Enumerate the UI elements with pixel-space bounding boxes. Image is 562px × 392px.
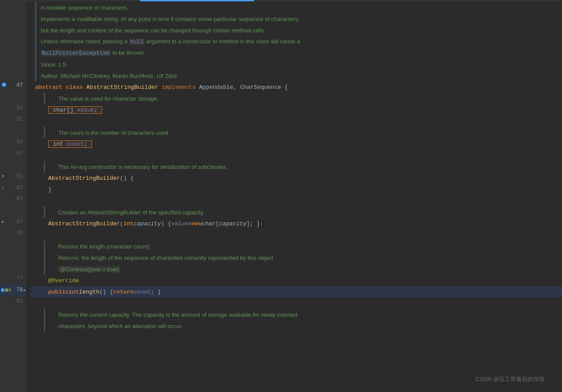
field-value: value — [77, 107, 94, 113]
brace-close: } — [48, 186, 52, 193]
var-count-return: count — [134, 289, 151, 295]
line-num-57: 57 — [17, 151, 23, 156]
doc-block-capacity-desc: Returns the current capacity. The capaci… — [44, 309, 562, 332]
doc-block-constructor: This no-arg constructor is necessary for… — [44, 161, 562, 172]
fold-icon-62[interactable]: △ — [2, 186, 4, 190]
code-line-47: abstract class AbstractStringBuilder imp… — [31, 81, 562, 93]
line-num-77: 77 — [17, 276, 23, 281]
doc-block-value: The value is used for character storage. — [44, 93, 562, 104]
kw-abstract: abstract — [35, 84, 62, 91]
doc-block-capacity: Creates an AbstractStringBuilder of the … — [44, 206, 562, 218]
doc-length-text-2: Returns: the length of the sequence of c… — [58, 255, 273, 261]
code-line-57 — [31, 150, 562, 161]
doc-line-1: A mutable sequence of characters. — [41, 4, 128, 11]
iface-appendable: Appendable — [199, 84, 233, 91]
doc-capacity-text: Creates an AbstractStringBuilder of the … — [58, 209, 205, 216]
bookmark-icon[interactable] — [1, 288, 4, 292]
doc-line-4: Unless otherwise noted, passing a null a… — [41, 38, 300, 45]
kw-class: class — [66, 84, 83, 91]
code-line-78: public int length() { return count; } — [31, 286, 562, 298]
param-capacity-2: capacity — [219, 220, 246, 227]
fold-icon-67[interactable]: ▶ — [2, 220, 4, 224]
doc-line-3: but the length and content of the sequen… — [41, 27, 265, 34]
code-line-63 — [31, 195, 562, 206]
kw-new: new — [192, 220, 202, 227]
code-line-62: } — [31, 184, 562, 195]
editor: 47 51 52 56 57 61 ▼ — [0, 0, 562, 392]
line-num-52: 52 — [17, 117, 23, 122]
line-num-62: 62 — [17, 185, 23, 190]
doc-length-text-1: Returns the length (character count). — [58, 243, 151, 250]
watermark: CSDN @百工带最后的深情 — [475, 375, 544, 383]
line-gutter: 47 51 52 56 57 61 ▼ — [0, 0, 26, 392]
line-num-70: 70 — [17, 231, 23, 236]
kw-int-78: int — [69, 289, 79, 295]
doc-line-5: NullPointerException to be thrown. — [41, 49, 145, 56]
doc-line-2: Implements a modifiable string. At any p… — [41, 16, 299, 22]
doc-block-length: Returns the length (character count). Re… — [44, 241, 562, 275]
code-line-77: @Override — [31, 275, 562, 286]
line-num-78: 78 — [17, 287, 23, 293]
doc-constructor-text: This no-arg constructor is necessary for… — [58, 164, 228, 170]
iface-charsequence: CharSequence — [240, 84, 281, 91]
fold-icon-78[interactable]: ▶ — [24, 288, 26, 293]
code-line-52 — [31, 116, 562, 127]
doc-count-text: The count is the number of characters us… — [58, 130, 170, 136]
doc-contract: @Contract(pure = true) — [58, 266, 120, 273]
line-num-81: 81 — [17, 299, 23, 304]
constructor-name-61: AbstractStringBuilder — [48, 175, 120, 182]
code-line-67: AbstractStringBuilder(int capacity) { va… — [31, 218, 562, 229]
code-content: A mutable sequence of characters. Implem… — [26, 0, 562, 392]
doc-capacity-desc-1: Returns the current capacity. The capaci… — [58, 312, 297, 318]
doc-block-class-desc: A mutable sequence of characters. Implem… — [35, 0, 562, 81]
var-value: value — [171, 220, 188, 227]
constructor-name-67: AbstractStringBuilder — [48, 220, 120, 227]
code-line-61: AbstractStringBuilder() { — [31, 172, 562, 184]
code-line-70 — [31, 229, 562, 241]
class-name: AbstractStringBuilder — [86, 84, 158, 91]
doc-capacity-desc-2: characters, beyond which an allocation w… — [58, 323, 183, 329]
doc-value-text: The value is used for character storage. — [58, 95, 159, 102]
annotation-override: @Override — [48, 277, 79, 284]
doc-line-6: Since: 1.5 — [41, 61, 66, 68]
fold-icon-61[interactable]: ▼ — [2, 174, 4, 179]
line-num-51: 51 — [17, 105, 23, 111]
line-num-63: 63 — [17, 196, 23, 202]
type-char-67: char — [202, 220, 216, 227]
type-char: char — [53, 107, 67, 113]
kw-int-67: int — [124, 220, 134, 227]
kw-implements: implements — [162, 84, 196, 91]
doc-line-7: Author: Michael McCloskey, Martin Buchho… — [41, 73, 177, 79]
line-num-47: 47 — [17, 83, 23, 88]
type-int: int — [53, 141, 63, 147]
code-line-81 — [31, 298, 562, 309]
breakpoint-icon[interactable] — [2, 83, 6, 87]
doc-block-count: The count is the number of characters us… — [44, 127, 562, 138]
param-capacity: capacity — [134, 220, 161, 227]
kw-return: return — [113, 289, 134, 295]
watch-icon[interactable] — [5, 288, 8, 292]
line-num-67: 67 — [17, 219, 23, 224]
code-line-51: char[] value; — [31, 104, 562, 116]
fn-length: length — [79, 289, 99, 295]
kw-public: public — [48, 289, 69, 295]
code-line-56: int count; — [31, 138, 562, 150]
line-num-56: 56 — [17, 140, 23, 145]
line-num-61: 61 — [17, 174, 23, 179]
at-icon: @ — [9, 288, 11, 292]
field-count: count — [67, 141, 84, 147]
